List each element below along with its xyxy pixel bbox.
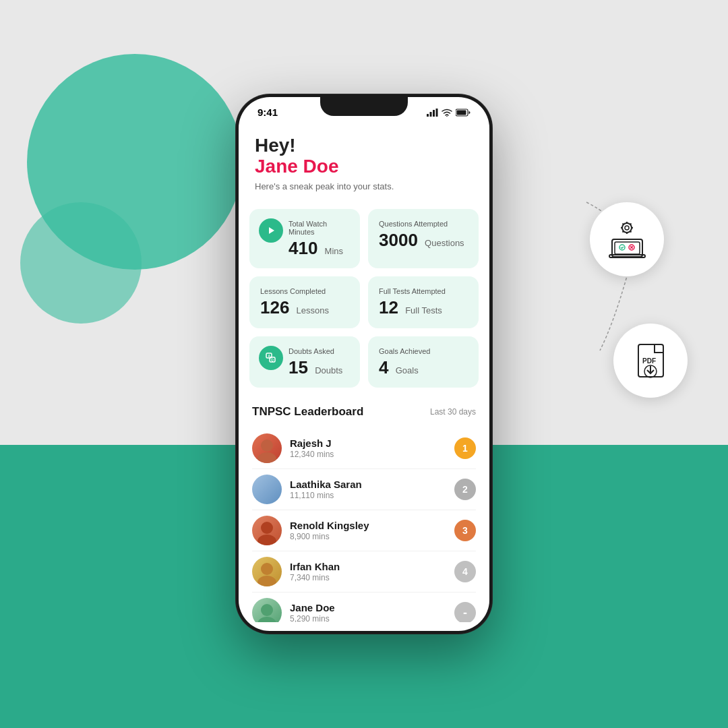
status-icons — [427, 109, 471, 117]
leaderboard-title: TNPSC Leaderboard — [252, 405, 363, 419]
svg-rect-23 — [433, 110, 435, 117]
svg-point-33 — [261, 439, 273, 452]
stat-label-tests: Full Tests Attempted — [379, 287, 468, 295]
stat-lessons: Lessons Completed 126 Lessons — [249, 276, 360, 328]
svg-point-4 — [625, 226, 629, 230]
stat-value-doubts: 15 Doubts — [289, 358, 349, 377]
svg-point-3 — [622, 223, 632, 233]
leader-name-5: Jane Doe — [290, 602, 454, 613]
phone-content[interactable]: Hey! Jane Doe Here's a sneak peak into y… — [239, 122, 489, 622]
svg-rect-2 — [615, 242, 640, 254]
leader-name-4: Irfan Khan — [290, 561, 454, 572]
svg-rect-22 — [430, 112, 432, 117]
leaderboard-period: Last 30 days — [430, 407, 476, 417]
stat-full-tests: Full Tests Attempted 12 Full Tests — [368, 276, 479, 328]
rank-badge-5: - — [454, 602, 476, 622]
leader-info-3: Renold Kingsley 8,900 mins — [290, 520, 454, 541]
leader-score-4: 7,340 mins — [290, 573, 454, 582]
svg-point-25 — [446, 115, 448, 116]
floating-settings-icon — [590, 202, 664, 276]
stat-watch-minutes: Total Watch Minutes 410 Mins — [249, 209, 360, 269]
stat-goals: Goals Achieved 4 Goals — [368, 336, 479, 388]
qa-icon: A Q — [259, 346, 283, 370]
rank-badge-4: 4 — [454, 561, 476, 582]
user-name: Jane Doe — [255, 156, 473, 177]
stat-label-watch: Total Watch Minutes — [289, 220, 349, 236]
wifi-icon — [442, 109, 452, 117]
leader-item-4[interactable]: Irfan Khan 7,340 mins 4 — [252, 551, 476, 593]
stat-value-questions: 3000 Questions — [379, 231, 468, 250]
rank-badge-1: 1 — [454, 437, 476, 459]
svg-point-39 — [261, 604, 273, 616]
status-time: 9:41 — [257, 107, 278, 118]
svg-point-37 — [261, 563, 273, 575]
leader-item-1[interactable]: Rajesh J 12,340 mins 1 — [252, 428, 476, 469]
leader-avatar-3 — [252, 516, 282, 545]
floating-pdf-icon: PDF — [613, 324, 688, 398]
battery-icon — [456, 109, 471, 117]
leaderboard-header: TNPSC Leaderboard Last 30 days — [252, 405, 476, 419]
leader-info-4: Irfan Khan 7,340 mins — [290, 561, 454, 582]
leader-score-1: 12,340 mins — [290, 450, 454, 459]
svg-line-10 — [630, 231, 631, 232]
leaderboard-section: TNPSC Leaderboard Last 30 days Rajesh J … — [239, 394, 489, 622]
stat-value-goals: 4 Goals — [379, 358, 468, 377]
stat-label-doubts: Doubts Asked — [289, 347, 349, 355]
stat-value-watch: 410 Mins — [289, 239, 349, 258]
stat-label-lessons: Lessons Completed — [260, 287, 349, 295]
leader-score-3: 8,900 mins — [290, 532, 454, 541]
svg-point-36 — [257, 535, 276, 545]
stat-value-lessons: 126 Lessons — [260, 298, 349, 317]
leader-avatar-2 — [252, 475, 282, 504]
greeting-text: Hey! — [255, 135, 473, 156]
stat-doubts: A Q Doubts Asked 15 Doubts — [249, 336, 360, 388]
svg-point-35 — [261, 522, 273, 534]
svg-rect-24 — [436, 109, 438, 117]
leader-name-1: Rajesh J — [290, 437, 454, 449]
leader-info-5: Jane Doe 5,290 mins — [290, 602, 454, 622]
svg-line-9 — [622, 223, 623, 224]
svg-point-38 — [257, 576, 276, 586]
leader-item-5[interactable]: Jane Doe 5,290 mins - — [252, 593, 476, 622]
leader-item-2[interactable]: Laathika Saran 11,110 mins 2 — [252, 469, 476, 510]
phone-frame: 9:41 — [236, 94, 492, 634]
svg-point-34 — [257, 452, 276, 463]
svg-marker-28 — [269, 227, 274, 234]
svg-line-11 — [630, 223, 631, 224]
svg-text:Q: Q — [271, 358, 274, 362]
svg-rect-27 — [457, 110, 466, 115]
play-icon — [259, 218, 283, 243]
rank-badge-2: 2 — [454, 479, 476, 500]
phone-screen: 9:41 — [239, 97, 489, 631]
stat-label-questions: Questions Attempted — [379, 220, 468, 228]
stat-questions: Questions Attempted 3000 Questions — [368, 209, 479, 269]
stat-label-goals: Goals Achieved — [379, 347, 468, 355]
stats-grid: Total Watch Minutes 410 Mins Questions A… — [239, 202, 489, 395]
leader-score-2: 11,110 mins — [290, 491, 454, 500]
svg-point-40 — [257, 617, 276, 622]
signal-icon — [427, 109, 438, 117]
leader-score-5: 5,290 mins — [290, 614, 454, 622]
deco-circle-small — [20, 202, 142, 324]
subtitle-text: Here's a sneak peak into your stats. — [255, 181, 473, 191]
leader-info-1: Rajesh J 12,340 mins — [290, 437, 454, 459]
rank-badge-3: 3 — [454, 520, 476, 541]
phone-notch — [320, 97, 408, 116]
leader-avatar-1 — [252, 433, 282, 463]
svg-line-12 — [622, 231, 623, 232]
leader-avatar-4 — [252, 557, 282, 586]
leader-item-3[interactable]: Renold Kingsley 8,900 mins 3 — [252, 510, 476, 551]
svg-rect-21 — [427, 114, 429, 117]
leader-avatar-5 — [252, 598, 282, 622]
leader-info-2: Laathika Saran 11,110 mins — [290, 479, 454, 500]
leader-name-3: Renold Kingsley — [290, 520, 454, 531]
leader-name-2: Laathika Saran — [290, 479, 454, 490]
header-section: Hey! Jane Doe Here's a sneak peak into y… — [239, 122, 489, 202]
svg-text:PDF: PDF — [642, 357, 656, 365]
stat-value-tests: 12 Full Tests — [379, 298, 468, 317]
